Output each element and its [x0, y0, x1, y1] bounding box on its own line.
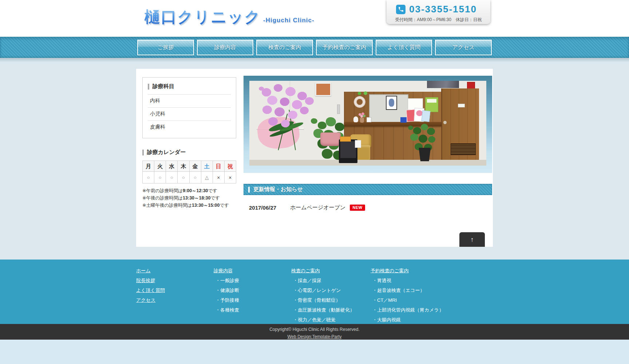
news-header-bar: 更新情報・お知らせ	[244, 184, 492, 195]
department-item: 内科	[148, 94, 231, 107]
footer-link[interactable]: 院長挨拶	[136, 277, 214, 284]
photo-art-frame	[386, 96, 397, 110]
footer-link[interactable]: アクセス	[136, 297, 214, 304]
photo-green-poster	[425, 97, 438, 112]
calendar-day-header: 祝	[224, 161, 236, 171]
logo-subtext: -Higuchi Clinic-	[263, 17, 314, 24]
note-suffix: です	[220, 203, 229, 208]
phone-box: 03-3355-1510 受付時間：AM9:00～PM6:30 休診日：日祝	[387, 0, 490, 24]
calendar-day-header: 日	[213, 161, 224, 171]
footer-column-reserved-exams: 予約検査のご案内 ・胃透視 ・超音波検査（エコー） ・CT／MRI ・上部消化管…	[371, 268, 493, 327]
note-time: 9:00～12:30	[183, 188, 208, 193]
new-badge: NEW	[350, 205, 365, 211]
note-suffix: です	[211, 195, 220, 201]
news-date: 2017/06/27	[249, 205, 290, 211]
calendar-mark-cell: ○	[154, 171, 166, 183]
news-list: 2017/06/27 ホームページオープン NEW	[244, 204, 492, 211]
calendar-mark-cell: ○	[142, 171, 154, 183]
calendar-notes: ※午前の診療時間は9:00～12:30です ※午後の診療時間は13:30～18:…	[142, 187, 236, 209]
phone-icon	[396, 5, 406, 14]
photo-floor	[249, 160, 486, 166]
photo-monitor	[339, 139, 357, 163]
footer-item: ・上部消化管内視鏡（胃カメラ）	[372, 307, 493, 313]
departments-box: 診療科目 内科 小児科 皮膚科	[142, 77, 236, 138]
calendar-section: 診療カレンダー 月 火 水 木 金	[142, 149, 236, 209]
sidebar: 診療科目 内科 小児科 皮膚科 診療	[142, 77, 236, 209]
footer-item: ・健康診断	[215, 287, 291, 294]
photo-mirror	[427, 81, 459, 88]
calendar-mark-cell: ×	[224, 171, 236, 183]
main-column: 更新情報・お知らせ 2017/06/27 ホームページオープン NEW	[244, 76, 492, 211]
site-header: 樋口クリニック -Higuchi Clinic- 03-3355-1510 受付…	[0, 0, 629, 37]
footer-item: ・CT／MRI	[372, 297, 493, 304]
photo-panel	[244, 76, 492, 173]
footer-item: ・予防接種	[215, 297, 291, 304]
calendar-day-header: 月	[142, 161, 154, 171]
footer-column-exams: 検査のご案内 ・採血／採尿 ・心電図／レントゲン ・骨密度（骨粗鬆症） ・血圧脈…	[291, 268, 371, 327]
photo-wall-frame	[315, 83, 331, 96]
reception-hours: 受付時間：AM9:00～PM6:30 休診日：日祝	[392, 17, 485, 23]
nav-button[interactable]: 診療内容	[197, 40, 254, 55]
note-time: 13:30～18:30	[183, 195, 210, 201]
note-prefix: ※土曜午後の診療時間は	[142, 203, 192, 208]
photo-orchid-flowers	[259, 87, 264, 91]
bottom-strip	[0, 340, 629, 364]
calendar-note: ※午前の診療時間は9:00～12:30です	[142, 187, 236, 194]
news-title: 更新情報・お知らせ	[253, 186, 303, 193]
webdesign-link[interactable]: Web Design:Template-Party	[287, 333, 341, 340]
news-text: ホームページオープン	[290, 204, 345, 211]
calendar-mark-cell: ○	[166, 171, 177, 183]
calendar-title-text: 診療カレンダー	[147, 149, 186, 156]
clinic-photo	[249, 81, 486, 166]
footer-item: ・一般診療	[215, 277, 291, 284]
footer-link[interactable]: よく頂く質問	[136, 287, 214, 294]
footer-item: ・各種検査	[215, 307, 291, 313]
footer-item: ・骨密度（骨粗鬆症）	[293, 297, 371, 304]
footer-heading-link[interactable]: 診療内容	[214, 268, 291, 274]
footer-column-site: ホーム 院長挨拶 よく頂く質問 アクセス	[136, 268, 214, 327]
footer-heading-link[interactable]: 検査のご案内	[291, 268, 371, 274]
footer-heading-link[interactable]: 予約検査のご案内	[371, 268, 493, 274]
calendar-table: 月 火 水 木 金 土 日	[142, 161, 236, 183]
nav-button[interactable]: ご挨拶	[137, 40, 194, 55]
nav-button[interactable]: よく頂く質問	[376, 40, 432, 55]
department-item: 皮膚科	[148, 120, 231, 134]
footer-item: ・視力／色覚／聴覚	[293, 317, 371, 323]
calendar-mark-cell: △	[201, 171, 213, 183]
title-accent-bar	[248, 187, 250, 193]
main-nav: ご挨拶 診療内容 検査のご案内 予約検査のご案内 よく頂く質問 アクセス	[0, 37, 629, 58]
department-item: 小児科	[148, 107, 231, 120]
calendar-mark-cell: ×	[213, 171, 224, 183]
calendar-note: ※土曜午後の診療時間は13:30～15:00です	[142, 202, 236, 209]
page: 樋口クリニック -Higuchi Clinic- 03-3355-1510 受付…	[0, 0, 629, 364]
departments-title-text: 診療科目	[153, 83, 174, 90]
nav-button[interactable]: 検査のご案内	[256, 40, 313, 55]
logo-text: 樋口クリニック	[145, 7, 261, 28]
main-area: 診療科目 内科 小児科 皮膚科 診療	[0, 62, 629, 260]
note-suffix: です	[208, 188, 218, 193]
footer-item: ・血圧脈波検査（動脈硬化）	[293, 307, 371, 313]
site-footer: ホーム 院長挨拶 よく頂く質問 アクセス 診療内容 ・一般診療 ・健康診断 ・予…	[0, 260, 629, 324]
calendar-mark-cell: ○	[189, 171, 201, 183]
footer-link[interactable]: ホーム	[136, 268, 214, 274]
title-accent-bar	[142, 150, 144, 155]
nav-button[interactable]: 予約検査のご案内	[316, 40, 373, 55]
footer-item: ・心電図／レントゲン	[293, 287, 371, 294]
nav-button[interactable]: アクセス	[435, 40, 492, 55]
footer-item: ・採血／採尿	[293, 277, 371, 284]
calendar-note: ※午後の診療時間は13:30～18:30です	[142, 194, 236, 202]
footer-item: ・超音波検査（エコー）	[372, 287, 493, 294]
copyright-text: Copyright© Higuchi Clinic All Rights Res…	[0, 326, 629, 333]
phone-number: 03-3355-1510	[409, 4, 477, 15]
photo-reception-counter	[344, 122, 441, 126]
nav-shadow	[0, 58, 629, 62]
news-item: 2017/06/27 ホームページオープン NEW	[249, 204, 492, 211]
calendar-day-header: 水	[166, 161, 177, 171]
content-panel: 診療科目 内科 小児科 皮膚科 診療	[136, 69, 493, 247]
calendar-day-header: 木	[177, 161, 189, 171]
title-accent-bar	[148, 84, 149, 90]
departments-title: 診療科目	[148, 83, 231, 90]
calendar-day-header: 土	[201, 161, 213, 171]
back-to-top-button[interactable]: ↑	[459, 232, 485, 247]
site-logo[interactable]: 樋口クリニック -Higuchi Clinic-	[145, 7, 314, 28]
